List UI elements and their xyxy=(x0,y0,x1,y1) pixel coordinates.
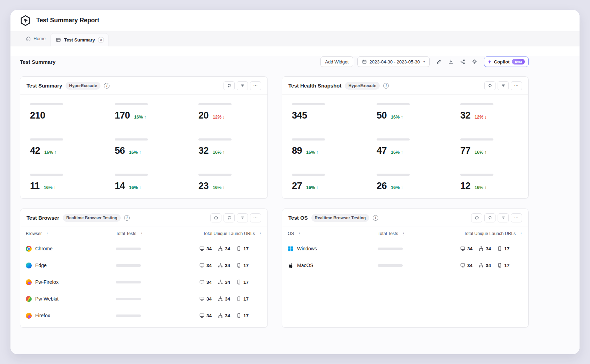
widget-badge: HyperExecute xyxy=(66,82,100,90)
stat-branch: 34 xyxy=(218,263,230,268)
column-total-tests: Total Tests xyxy=(116,231,136,236)
table-header: Browser⋮ Total Tests⋮ Total Unique Launc… xyxy=(20,227,267,240)
page-title: Test Summary xyxy=(20,59,55,65)
stat-desktop: 34 xyxy=(460,263,472,268)
kebab-icon[interactable]: ⋮ xyxy=(45,231,50,236)
edge-icon xyxy=(26,263,32,268)
stat-desktop: 34 xyxy=(199,246,212,251)
refresh-button[interactable] xyxy=(484,81,496,90)
filter-button[interactable] xyxy=(237,213,248,222)
refresh-button[interactable] xyxy=(224,81,235,90)
widget-header: Test Summary HyperExecute i ⋯ xyxy=(20,77,267,95)
metric-change: 16% ↑ xyxy=(44,185,56,190)
kebab-icon[interactable]: ⋮ xyxy=(297,231,302,236)
metric-value: 77 xyxy=(460,145,470,156)
stat-value: 17 xyxy=(504,246,509,251)
column-total-tests: Total Tests xyxy=(378,231,398,236)
kebab-icon[interactable]: ⋮ xyxy=(139,231,144,236)
table-body: Chrome 34 34 17 Edge xyxy=(20,240,267,327)
desktop-icon xyxy=(199,313,205,318)
history-button[interactable] xyxy=(210,213,221,222)
info-icon[interactable]: i xyxy=(383,83,389,89)
widget-title: Test OS xyxy=(288,215,308,221)
more-button[interactable]: ⋯ xyxy=(250,213,261,222)
page-content: Test Summary Add Widget 2023-04-30 - 202… xyxy=(10,56,580,354)
more-button[interactable]: ⋯ xyxy=(511,213,522,222)
metric-cell: 4716% ↑ xyxy=(377,138,460,156)
desktop-icon xyxy=(199,296,205,302)
mobile-icon xyxy=(497,263,502,268)
ellipsis-icon: ⋯ xyxy=(253,83,258,88)
metric-change: 16% ↑ xyxy=(134,115,146,120)
refresh-button[interactable] xyxy=(224,213,235,222)
metric-cell: 2012% ↓ xyxy=(198,103,258,121)
add-widget-button[interactable]: Add Widget xyxy=(320,56,353,67)
column-launch-urls: Total Unique Launch URLs xyxy=(464,231,516,236)
gear-icon xyxy=(472,59,477,65)
stat-branch: 34 xyxy=(218,296,230,302)
metric-value: 20 xyxy=(198,110,209,121)
refresh-button[interactable] xyxy=(484,213,496,222)
share-button[interactable] xyxy=(457,56,468,67)
metric-label-skeleton xyxy=(377,138,410,141)
kebab-icon[interactable]: ⋮ xyxy=(258,231,263,236)
metric-cell: 1416% ↑ xyxy=(115,174,198,191)
mobile-icon xyxy=(497,246,502,251)
total-tests-bar xyxy=(378,248,403,250)
tab-home[interactable]: Home xyxy=(21,31,51,46)
stat-value: 34 xyxy=(486,246,491,251)
desktop-icon xyxy=(199,246,205,251)
stat-branch: 34 xyxy=(478,246,491,251)
total-tests-bar xyxy=(116,281,141,283)
info-icon[interactable]: i xyxy=(104,83,109,89)
metric-cell: 3212% ↓ xyxy=(460,103,519,121)
column-os: OS xyxy=(288,231,294,236)
clock-icon xyxy=(475,215,479,220)
widget-header: Test OS Realtime Browser Testing i ⋯ xyxy=(282,209,528,227)
history-button[interactable] xyxy=(471,213,482,222)
kebab-icon[interactable]: ⋮ xyxy=(401,231,406,236)
widget-header: Test Health Snapshot HyperExecute i ⋯ xyxy=(282,77,528,95)
stat-desktop: 34 xyxy=(199,263,212,268)
table-row-macos: MacOS 34 34 17 xyxy=(282,257,528,274)
app-window: Test Summary Report Home Test Summary × … xyxy=(10,10,580,354)
metric-label-skeleton xyxy=(30,103,63,105)
metric-cell: 3216% ↑ xyxy=(198,138,258,156)
filter-button[interactable] xyxy=(498,81,509,90)
edit-button[interactable] xyxy=(434,56,444,67)
metric-value: 345 xyxy=(292,110,307,121)
sparkle-icon: ✦ xyxy=(488,59,492,65)
metric-value: 11 xyxy=(30,180,40,191)
desktop-icon xyxy=(199,263,205,268)
stat-desktop: 34 xyxy=(199,313,212,318)
info-icon[interactable]: i xyxy=(124,215,130,221)
date-range-picker[interactable]: 2023-04-30 - 2023-05-30 ▾ xyxy=(357,56,430,67)
metric-cell: 345 xyxy=(292,103,377,121)
header-controls: Add Widget 2023-04-30 - 2023-05-30 ▾ ✦ xyxy=(320,56,529,67)
more-button[interactable]: ⋯ xyxy=(250,81,261,90)
metric-value: 50 xyxy=(377,110,387,121)
metric-change: 16% ↑ xyxy=(129,150,141,155)
metric-value: 23 xyxy=(198,180,209,191)
metric-label-skeleton xyxy=(292,103,325,105)
filter-button[interactable] xyxy=(498,213,509,222)
copilot-button[interactable]: ✦ Copilot Beta xyxy=(484,56,529,67)
filter-icon xyxy=(501,215,506,220)
stat-value: 34 xyxy=(225,280,230,285)
tab-close-icon[interactable]: × xyxy=(98,37,104,43)
kebab-icon[interactable]: ⋮ xyxy=(519,231,523,236)
stat-desktop: 34 xyxy=(199,279,212,285)
widget-badge: Realtime Browser Testing xyxy=(63,214,121,222)
tab-test-summary[interactable]: Test Summary × xyxy=(51,33,109,46)
filter-button[interactable] xyxy=(237,81,248,90)
branch-icon xyxy=(218,296,223,302)
table-body: Windows 34 34 17 MacOS xyxy=(282,240,528,277)
download-button[interactable] xyxy=(446,56,456,67)
metric-cell: 1216% ↑ xyxy=(460,174,519,191)
metric-label-skeleton xyxy=(198,103,232,105)
info-icon[interactable]: i xyxy=(373,215,378,221)
settings-button[interactable] xyxy=(469,56,480,67)
branch-icon xyxy=(218,263,223,268)
stat-value: 17 xyxy=(243,246,249,251)
more-button[interactable]: ⋯ xyxy=(511,81,522,90)
